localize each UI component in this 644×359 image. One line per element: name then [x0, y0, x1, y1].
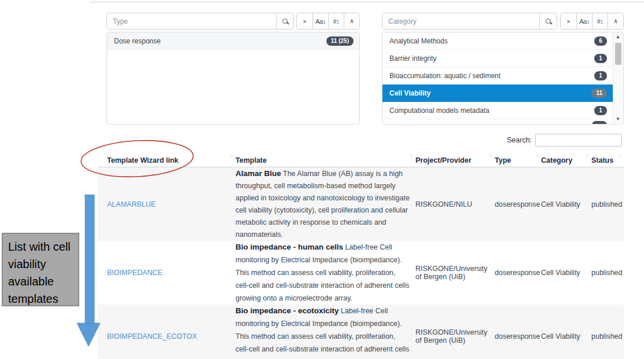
type-cell: doseresponse: [495, 332, 541, 340]
category-sort-alpha-button[interactable]: Aa↕: [576, 13, 592, 29]
close-icon: ×: [566, 18, 570, 25]
column-label: Template Wizard link: [107, 156, 178, 164]
column-label: Status: [591, 156, 613, 164]
facet-item-dose-response[interactable]: Dose response 11 (25): [107, 32, 359, 50]
column-label: Category: [541, 156, 572, 164]
facet-label: Computational models metadata: [389, 107, 594, 115]
type-sort-alpha-button[interactable]: Aa↕: [312, 13, 328, 29]
sort-count-icon: #↕: [597, 18, 603, 25]
sort-icon[interactable]: ↑↓: [230, 152, 233, 158]
sort-icon[interactable]: ↑↓: [410, 152, 413, 158]
column-header-type[interactable]: Type ↑↓: [495, 152, 541, 167]
table-header-row: Template Wizard link ↑↓ Template ↑↓ Proj…: [98, 152, 624, 167]
template-description: The Alamar Blue (AB) assay is a high thr…: [235, 170, 410, 239]
table-row: ALAMARBLUE Alamar Blue The Alamar Blue (…: [98, 167, 624, 241]
facet-item-bioaccumulation[interactable]: Bioaccumulation: aquatic / sediment 1: [382, 67, 613, 85]
status-cell: published: [591, 332, 624, 340]
category-cell: Cell Viability: [541, 332, 591, 340]
facet-item-cell-viability[interactable]: Cell Viability 11: [382, 85, 613, 102]
category-scrollbar[interactable]: ▲ ▼: [613, 33, 623, 123]
category-cell: Cell Viability: [541, 200, 591, 208]
column-label: Type: [495, 156, 511, 164]
template-browser-page: × Aa↕ #↕ ∧ Dose response 11 (25) ×: [0, 0, 644, 359]
facet-label: Barrier integrity: [389, 54, 594, 63]
category-sort-count-button[interactable]: #↕: [592, 13, 608, 29]
category-filter-panel: × Aa↕ #↕ ∧ Analytical Methods 6 Barrier …: [382, 13, 624, 30]
count-badge: 1: [594, 106, 607, 115]
table-search-input[interactable]: [535, 134, 622, 146]
template-name: Alamar Blue: [235, 169, 281, 178]
count-badge: 11: [591, 89, 607, 98]
column-header-project-provider[interactable]: Project/Provider ↑↓: [415, 152, 495, 167]
status-cell: published: [591, 200, 624, 208]
project-provider-cell: RISKGONE/University of Bergen (UiB): [415, 265, 495, 281]
facet-item-computational-models[interactable]: Computational models metadata 1: [382, 102, 613, 119]
template-name: Bio impedance - ecotoxicity: [235, 306, 339, 315]
type-cell: doseresponse: [495, 269, 541, 277]
sort-alpha-icon: Aa↕: [579, 18, 589, 25]
table-search: Search:: [507, 134, 622, 146]
project-provider-cell: RISKGONE/University of Bergen (UiB): [415, 328, 495, 345]
facet-item-clipped[interactable]: [382, 119, 613, 124]
category-filter-input[interactable]: [382, 13, 539, 29]
type-filter-buttons: × Aa↕ #↕ ∧: [296, 13, 360, 30]
category-cell: Cell Viability: [541, 269, 591, 277]
category-collapse-button[interactable]: ∧: [608, 13, 623, 29]
template-wizard-link[interactable]: ALAMARBLUE: [107, 200, 156, 208]
facet-label: Cell Viability: [389, 89, 591, 97]
scrollbar-thumb[interactable]: [615, 43, 621, 65]
category-clear-button[interactable]: ×: [561, 13, 576, 29]
templates-table: Template Wizard link ↑↓ Template ↑↓ Proj…: [98, 152, 624, 359]
scroll-down-icon[interactable]: ▼: [613, 115, 623, 123]
chevron-up-icon: ∧: [349, 17, 354, 25]
sort-icon[interactable]: ↑↓: [618, 152, 621, 158]
type-filter-panel: × Aa↕ #↕ ∧ Dose response 11 (25): [106, 13, 360, 30]
type-facet-list: Dose response 11 (25): [106, 32, 360, 124]
search-icon: [282, 19, 288, 24]
facet-item-barrier-integrity[interactable]: Barrier integrity 1: [382, 50, 613, 67]
column-label: Project/Provider: [415, 156, 472, 164]
template-wizard-link[interactable]: BIOIMPEDANCE: [107, 269, 163, 277]
table-row: BIOIMPEDANCE Bio impedance - human cells…: [98, 241, 624, 305]
project-provider-cell: RISKGONE/NILU: [415, 200, 495, 208]
type-filter-searchbox: [106, 13, 294, 30]
template-description: Label-free Cell monitoring by Electrical…: [235, 243, 409, 302]
count-badge: 6: [594, 36, 607, 46]
column-header-template[interactable]: Template ↑↓: [235, 152, 415, 167]
type-search-button[interactable]: [276, 13, 293, 29]
category-search-button[interactable]: [539, 13, 557, 29]
type-clear-button[interactable]: ×: [297, 13, 312, 29]
chevron-up-icon: ∧: [613, 17, 618, 25]
callout-note: List with cell viability available templ…: [2, 233, 79, 306]
sort-icon[interactable]: ↑↓: [586, 152, 588, 158]
top-divider: [90, 2, 644, 2]
category-filter-searchbox: [382, 13, 557, 30]
count-badge: 1: [594, 71, 607, 80]
column-header-status[interactable]: Status ↑↓: [591, 152, 624, 167]
facet-label: Analytical Methods: [389, 37, 594, 45]
sort-icon[interactable]: ↑↓: [535, 152, 538, 158]
status-cell: published: [591, 269, 624, 277]
sort-count-icon: #↕: [333, 18, 340, 25]
template-name: Bio impedance - human cells: [235, 243, 343, 251]
type-filter-input[interactable]: [107, 13, 276, 29]
search-icon: [546, 19, 551, 24]
sort-alpha-icon: Aa↕: [315, 18, 325, 25]
facet-label: Bioaccumulation: aquatic / sediment: [389, 72, 594, 80]
column-header-template-wizard-link[interactable]: Template Wizard link ↑↓: [98, 152, 235, 167]
count-badge: 1: [594, 54, 607, 63]
scroll-up-icon[interactable]: ▲: [613, 33, 623, 41]
close-icon: ×: [303, 18, 306, 25]
type-cell: doseresponse: [495, 200, 541, 208]
type-collapse-button[interactable]: ∧: [344, 13, 359, 29]
sort-icon[interactable]: ↑↓: [489, 152, 492, 158]
facet-label: Dose response: [114, 37, 326, 45]
category-filter-buttons: × Aa↕ #↕ ∧: [560, 13, 624, 30]
search-label: Search:: [507, 136, 532, 144]
category-facet-list: Analytical Methods 6 Barrier integrity 1…: [382, 32, 624, 124]
facet-item-analytical-methods[interactable]: Analytical Methods 6: [382, 32, 613, 50]
column-header-category[interactable]: Category ↑↓: [541, 152, 591, 167]
type-sort-count-button[interactable]: #↕: [328, 13, 344, 29]
template-wizard-link[interactable]: BIOIMPEDANCE_ECOTOX: [107, 332, 197, 340]
column-label: Template: [235, 156, 267, 164]
